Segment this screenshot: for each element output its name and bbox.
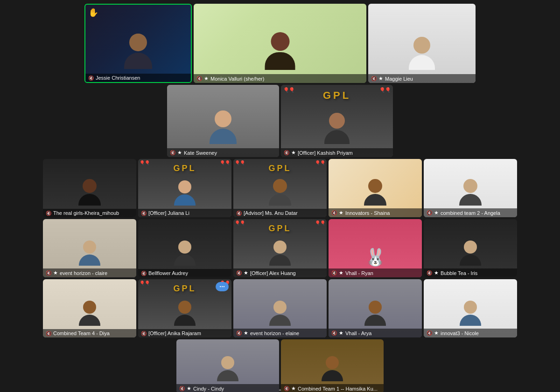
mute-icon: 🔇 [46,331,51,336]
mute-icon: 🔇 [236,330,242,336]
mute-icon: 🔇 [179,386,185,391]
participant-name: innovat3 - Nicole [441,330,479,336]
star-icon: ★ [434,210,439,216]
mute-icon: 🔇 [88,76,94,81]
tile-angela[interactable]: 🔇 ★ combined team 2 - Angela [424,159,517,217]
tile-label-kashish: 🔇 ★ [Officer] Kashish Priyam [281,148,393,157]
tile-label-juliana: 🔇 [Officer] Juliana Li [138,209,231,217]
row-4: 🔇 ★ event horizon - claire 🔇 Bellflower … [4,219,556,277]
tile-shaina[interactable]: 🔇 ★ Innovators - Shaina [329,159,422,217]
participant-name: Vhall - Arya [345,330,371,336]
star-icon: ★ [244,270,248,276]
tile-label-angela: 🔇 ★ combined team 2 - Angela [424,208,517,217]
row-6: 🔇 ★ Cindy - Cindy 🔇 ★ Combined Team 1 --… [4,339,556,392]
gpl-text: GPL [173,284,196,294]
participant-name: event horizon - claire [60,270,107,276]
tile-ryan[interactable]: 🐰 🔇 ★ Vhall - Ryan [329,219,422,277]
tile-anika[interactable]: GPL 🎈🎈 🎈🎈 ··· 🔇 [Officer] Anika Rajaram [138,279,231,337]
participant-name: combined team 2 - Angela [441,210,500,216]
tile-label-hamsika: 🔇 ★ Combined Team 1 -- Hamsika Ku... [281,384,384,392]
tile-label-elaine: 🔇 ★ event horizon - elaine [233,329,327,337]
tile-label-arya: 🔇 ★ Vhall - Arya [329,329,422,337]
participant-name: Vhall - Ryan [345,270,373,276]
mute-icon: 🔇 [236,270,242,275]
more-options-button[interactable]: ··· [216,282,229,291]
participant-name: Maggie Lieu [385,76,413,82]
participant-name: Bellflower Audrey [148,270,188,276]
participant-name: Bubble Tea - Iris [441,270,477,276]
mute-icon: 🔇 [427,210,432,215]
star-icon: ★ [339,330,343,336]
star-icon: ★ [291,150,296,156]
tile-jessie[interactable]: ✋ 🔇 Jessie Christiansen [84,4,192,83]
star-icon: ★ [434,330,439,336]
tile-label-jessie: 🔇 Jessie Christiansen [85,74,191,82]
star-icon: ★ [177,150,182,156]
star-icon: ★ [244,330,248,336]
tile-arya[interactable]: 🔇 ★ Vhall - Arya [329,279,422,337]
tile-label-diya: 🔇 Combined Team 4 - Diya [43,329,136,337]
participant-name: [Officer] Juliana Li [148,210,189,216]
tile-cindy[interactable]: 🔇 ★ Cindy - Cindy [176,339,279,392]
participant-name: Combined Team 4 - Diya [53,330,110,336]
mute-icon: 🔇 [284,150,289,155]
tile-label-shaina: 🔇 ★ Innovators - Shaina [329,208,422,217]
tile-anu[interactable]: GPL 🎈🎈 🎈🎈 🔇 [Advisor] Ms. Anu Datar [233,159,327,217]
row-1: ✋ 🔇 Jessie Christiansen 🔇 ★ Monica Vallu… [4,4,556,83]
mute-icon: 🔇 [141,211,147,216]
row-5: 🔇 Combined Team 4 - Diya GPL 🎈🎈 🎈🎈 ··· 🔇… [4,279,556,337]
star-icon: ★ [204,76,209,82]
mute-icon: 🔇 [46,270,51,275]
tile-nicole[interactable]: 🔇 ★ innovat3 - Nicole [424,279,517,337]
row-2: 🔇 ★ Kate Sweeney GPL 🎈🎈 🎈🎈 🔇 ★ [Officer]… [4,85,556,157]
tile-label-iris: 🔇 ★ Bubble Tea - Iris [424,268,517,277]
star-icon: ★ [291,385,296,392]
tile-maggie[interactable]: 🔇 ★ Maggie Lieu [368,4,476,83]
gpl-text: GPL [268,164,291,173]
participant-name: Innovators - Shaina [345,210,390,216]
tile-label-anu: 🔇 [Advisor] Ms. Anu Datar [233,209,327,217]
tile-diya[interactable]: 🔇 Combined Team 4 - Diya [43,279,136,337]
mute-icon: 🔇 [236,211,242,216]
participant-name: [Officer] Anika Rajaram [148,330,201,336]
tile-label-kate: 🔇 ★ Kate Sweeney [167,148,279,157]
raise-hand-icon: ✋ [88,7,98,18]
mute-icon: 🔇 [427,330,432,336]
mute-icon: 🔇 [284,386,289,391]
tile-juliana[interactable]: GPL 🎈🎈 🎈🎈 🔇 [Officer] Juliana Li [138,159,231,217]
tile-kashish[interactable]: GPL 🎈🎈 🎈🎈 🔇 ★ [Officer] Kashish Priyam [281,85,393,157]
tile-elaine[interactable]: 🔇 ★ event horizon - elaine [233,279,327,337]
tile-hamsika[interactable]: 🔇 ★ Combined Team 1 -- Hamsika Ku... [281,339,384,392]
participant-name: [Advisor] Ms. Anu Datar [244,210,298,216]
tile-alex[interactable]: GPL 🎈🎈 🎈🎈 🔇 ★ [Officer] Alex Huang [233,219,327,277]
tile-kate[interactable]: 🔇 ★ Kate Sweeney [167,85,279,157]
star-icon: ★ [339,270,343,276]
tile-label-claire: 🔇 ★ event horizon - claire [43,268,136,277]
participant-name: Jessie Christiansen [96,75,140,81]
participant-name: [Officer] Alex Huang [250,270,296,276]
tile-kheira[interactable]: 🔇 The real girls-Kheira_mihoub [43,159,136,217]
star-icon: ★ [378,76,383,82]
tile-label-nicole: 🔇 ★ innovat3 - Nicole [424,329,517,337]
mute-icon: 🔇 [331,210,337,215]
star-icon: ★ [339,210,343,216]
participant-name: Kate Sweeney [184,150,217,156]
tile-label-ryan: 🔇 ★ Vhall - Ryan [329,268,422,277]
tile-label-monica: 🔇 ★ Monica Valluri (she/her) [194,74,366,83]
tile-monica[interactable]: 🔇 ★ Monica Valluri (she/her) [194,4,366,83]
tile-label-kheira: 🔇 The real girls-Kheira_mihoub [43,209,136,217]
mute-icon: 🔇 [427,270,432,275]
tile-audrey[interactable]: 🔇 Bellflower Audrey [138,219,231,277]
tile-label-alex: 🔇 ★ [Officer] Alex Huang [233,268,327,277]
participant-name: Combined Team 1 -- Hamsika Ku... [298,386,378,392]
mute-icon: 🔇 [170,150,175,155]
tile-label-anika: 🔇 [Officer] Anika Rajaram [138,329,231,337]
tile-claire[interactable]: 🔇 ★ event horizon - claire [43,219,136,277]
star-icon: ★ [53,270,58,276]
tile-iris[interactable]: 🔇 ★ Bubble Tea - Iris [424,219,517,277]
row-3: 🔇 The real girls-Kheira_mihoub GPL 🎈🎈 🎈🎈… [4,159,556,217]
mute-icon: 🔇 [196,76,202,81]
mute-icon: 🔇 [141,331,147,336]
tile-label-audrey: 🔇 Bellflower Audrey [138,269,231,277]
participant-name: Cindy - Cindy [193,386,224,392]
